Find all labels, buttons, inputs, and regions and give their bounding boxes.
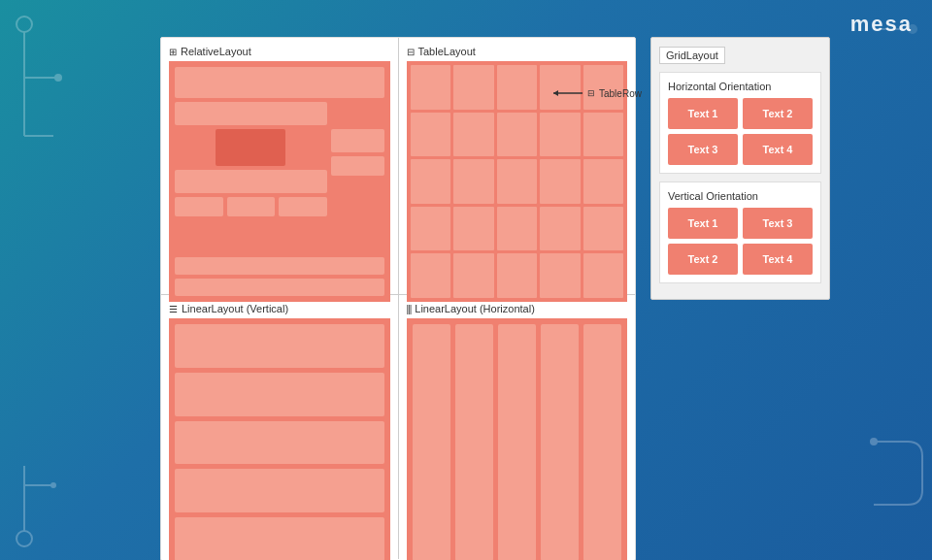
table-cell <box>497 207 538 251</box>
linear-h-icon: ||| <box>407 304 412 314</box>
v-cell-4: Text 4 <box>743 244 813 275</box>
linear-vertical-visual <box>169 318 390 560</box>
h-cell-1: Text 1 <box>668 98 738 129</box>
h-cell-3: Text 3 <box>668 134 738 165</box>
table-cell <box>497 159 538 204</box>
table-cell <box>540 253 581 298</box>
linear-horizontal-panel: ||| LinearLayout (Horizontal) <box>399 295 636 559</box>
table-cell <box>497 253 538 298</box>
bottom-half: ☰ LinearLayout (Vertical) ||| LinearLayo… <box>161 295 635 559</box>
tablerow-text: TableRow <box>599 88 642 99</box>
lh-col-1 <box>413 324 450 560</box>
relative-layout-visual <box>169 61 390 302</box>
rel-b-bar-1 <box>175 257 384 275</box>
linear-v-icon: ☰ <box>169 304 178 314</box>
table-cell <box>497 113 538 157</box>
rel-right-bar-2 <box>331 156 384 176</box>
table-cell <box>497 65 538 110</box>
table-cell <box>583 113 624 157</box>
lv-bar-4 <box>175 469 384 512</box>
table-layout-panel: ⊟ TableLayout <box>399 38 636 294</box>
lh-col-5 <box>583 324 621 560</box>
lv-bar-1 <box>175 324 384 368</box>
table-cell <box>411 65 451 110</box>
relative-layout-label: ⊞ RelativeLayout <box>169 46 390 57</box>
svg-point-9 <box>50 482 56 488</box>
grid-layout-panel: GridLayout Horizontal Orientation Text 1… <box>650 37 830 300</box>
h-cell-4: Text 4 <box>743 134 813 165</box>
v-cell-1: Text 1 <box>668 208 738 239</box>
table-cell <box>411 253 451 298</box>
rel-bottom-bars <box>175 257 384 296</box>
lh-col-3 <box>498 324 536 560</box>
table-cell <box>453 159 494 204</box>
svg-point-0 <box>17 16 32 32</box>
vertical-grid: Text 1 Text 3 Text 2 Text 4 <box>668 208 813 275</box>
h-cell-2: Text 2 <box>743 98 813 129</box>
top-half: ⊞ RelativeLayout <box>161 38 635 295</box>
table-cell <box>540 113 581 157</box>
rel-small-2 <box>227 197 276 216</box>
lv-bar-3 <box>175 421 384 465</box>
logo-text: mesa <box>850 12 913 36</box>
linear-vertical-panel: ☰ LinearLayout (Vertical) <box>161 295 399 559</box>
lh-col-4 <box>541 324 579 560</box>
table-cell <box>411 113 451 157</box>
tablerow-icon: ⊟ <box>587 88 595 98</box>
tablerow-arrow <box>549 87 583 99</box>
table-cell <box>540 159 581 204</box>
table-cell <box>411 207 451 251</box>
table-cell <box>453 65 494 110</box>
svg-point-3 <box>54 74 62 82</box>
lv-bar-5 <box>175 517 384 560</box>
relative-icon: ⊞ <box>169 47 177 57</box>
horizontal-orientation-section: Horizontal Orientation Text 1 Text 2 Tex… <box>659 72 821 174</box>
rel-bar-2 <box>175 170 327 193</box>
lv-bar-2 <box>175 373 384 416</box>
linear-horizontal-visual <box>407 318 628 560</box>
rel-b-bar-2 <box>175 279 384 296</box>
table-cell <box>453 113 494 157</box>
table-grid <box>411 65 624 298</box>
linear-horizontal-label: ||| LinearLayout (Horizontal) <box>407 303 628 314</box>
svg-point-11 <box>870 438 878 445</box>
relative-layout-panel: ⊞ RelativeLayout <box>161 38 399 294</box>
rel-top-bar <box>175 67 384 98</box>
rel-small-1 <box>175 197 223 216</box>
rel-right-bar-1 <box>331 129 384 152</box>
vertical-orientation-title: Vertical Orientation <box>668 190 813 202</box>
table-cell <box>583 207 624 251</box>
rel-bar-1 <box>175 102 327 125</box>
rel-small-3 <box>279 197 327 216</box>
tablerow-label-container: ⊟ TableRow <box>549 87 642 99</box>
v-cell-3: Text 3 <box>743 208 813 239</box>
main-container: ⊞ RelativeLayout <box>160 37 636 560</box>
linear-vertical-label: ☰ LinearLayout (Vertical) <box>169 303 390 314</box>
table-cell <box>453 207 494 251</box>
lh-col-2 <box>455 324 493 560</box>
vertical-orientation-section: Vertical Orientation Text 1 Text 3 Text … <box>659 181 821 283</box>
table-cell <box>540 207 581 251</box>
table-icon: ⊟ <box>407 47 415 57</box>
grid-layout-title: GridLayout <box>659 47 725 64</box>
table-layout-label: ⊟ TableLayout <box>407 46 628 57</box>
horizontal-grid: Text 1 Text 2 Text 3 Text 4 <box>668 98 813 165</box>
table-cell <box>583 253 624 298</box>
rel-center-box <box>216 129 285 166</box>
logo: mesa <box>850 12 913 37</box>
svg-marker-16 <box>553 90 558 96</box>
table-cell <box>411 159 451 204</box>
table-cell <box>583 159 624 204</box>
v-cell-2: Text 2 <box>668 244 738 275</box>
table-cell <box>453 253 494 298</box>
svg-point-6 <box>17 531 32 546</box>
horizontal-orientation-title: Horizontal Orientation <box>668 81 813 92</box>
